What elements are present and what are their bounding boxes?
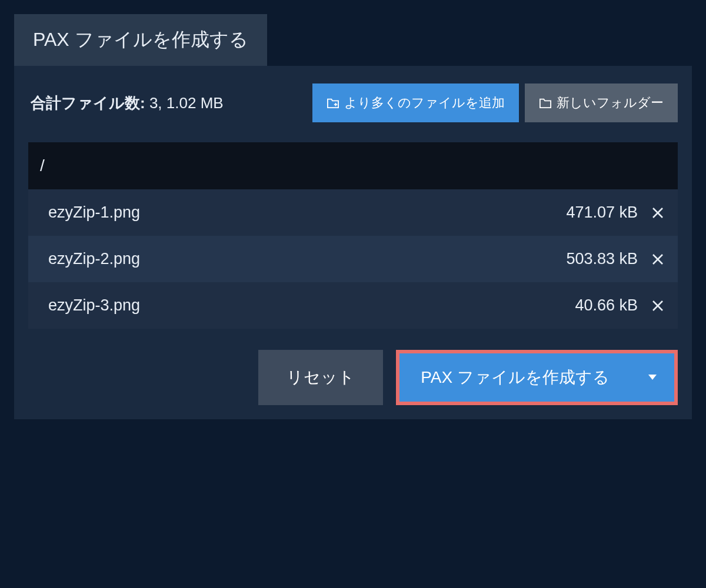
file-row: ezyZip-1.png 471.07 kB <box>28 189 678 236</box>
close-icon[interactable] <box>651 206 665 220</box>
reset-label: リセット <box>287 366 355 389</box>
reset-button[interactable]: リセット <box>258 350 383 405</box>
create-pax-button[interactable]: PAX ファイルを作成する <box>399 353 631 402</box>
file-row: ezyZip-2.png 503.83 kB <box>28 236 678 282</box>
path-row[interactable]: / <box>28 142 678 189</box>
tab-title: PAX ファイルを作成する <box>14 14 267 66</box>
file-row: ezyZip-3.png 40.66 kB <box>28 282 678 329</box>
add-more-files-button[interactable]: より多くのファイルを追加 <box>312 83 519 122</box>
close-icon[interactable] <box>651 252 665 266</box>
close-icon[interactable] <box>651 299 665 313</box>
file-size: 503.83 kB <box>566 250 638 268</box>
create-pax-label: PAX ファイルを作成する <box>421 366 610 389</box>
file-size: 471.07 kB <box>566 203 638 222</box>
caret-down-icon <box>648 372 657 383</box>
file-name: ezyZip-2.png <box>48 250 140 268</box>
bottom-bar: リセット PAX ファイルを作成する <box>28 350 678 405</box>
file-summary-value: 3, 1.02 MB <box>149 94 224 112</box>
top-bar: 合計ファイル数: 3, 1.02 MB より多くのファイルを追加 <box>28 83 678 122</box>
file-summary: 合計ファイル数: 3, 1.02 MB <box>28 93 224 113</box>
file-table: / ezyZip-1.png 471.07 kB ezyZip-2.png 50… <box>28 142 678 329</box>
file-summary-label: 合計ファイル数: <box>31 94 145 112</box>
create-pax-dropdown[interactable] <box>631 353 674 402</box>
create-pax-split-button: PAX ファイルを作成する <box>396 350 678 405</box>
new-folder-button[interactable]: 新しいフォルダー <box>525 83 678 122</box>
folder-add-icon <box>327 97 339 109</box>
add-more-files-label: より多くのファイルを追加 <box>344 94 505 112</box>
file-name: ezyZip-3.png <box>48 296 140 315</box>
file-size: 40.66 kB <box>575 296 638 315</box>
folder-icon <box>539 97 552 109</box>
main-panel: 合計ファイル数: 3, 1.02 MB より多くのファイルを追加 <box>14 66 692 419</box>
file-name: ezyZip-1.png <box>48 203 140 222</box>
new-folder-label: 新しいフォルダー <box>557 94 664 112</box>
